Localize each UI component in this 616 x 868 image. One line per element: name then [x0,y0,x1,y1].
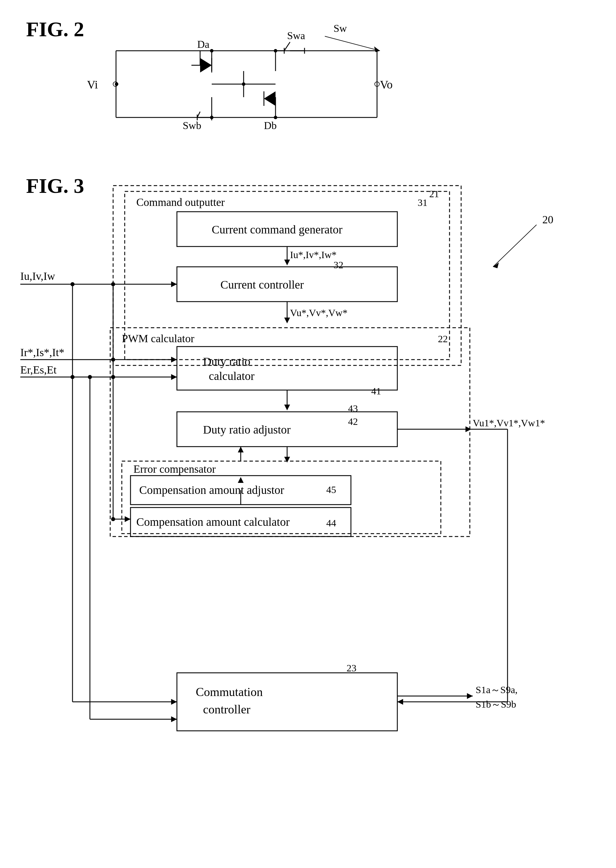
svg-text:Vu*,Vv*,Vw*: Vu*,Vv*,Vw* [290,308,347,318]
svg-text:Duty ratio: Duty ratio [203,355,250,368]
svg-text:Iu,Iv,Iw: Iu,Iv,Iw [20,270,55,282]
svg-line-129 [493,225,537,267]
fig3-diagram: 21 Command outputter 31 Current command … [14,180,594,847]
svg-text:Compensation amount adjustor: Compensation amount adjustor [139,483,284,496]
svg-text:Ir*,Is*,It*: Ir*,Is*,It* [20,346,64,358]
svg-text:controller: controller [203,703,250,716]
svg-text:Vi: Vi [87,78,98,91]
svg-text:Swb: Swb [183,120,201,131]
svg-marker-123 [397,699,403,705]
svg-text:Duty ratio adjustor: Duty ratio adjustor [203,423,291,436]
svg-marker-15 [200,58,212,72]
svg-point-134 [111,358,115,362]
svg-marker-93 [284,457,290,463]
svg-text:Db: Db [264,120,277,131]
svg-text:22: 22 [438,334,448,344]
svg-marker-77 [171,357,177,363]
svg-marker-66 [284,317,290,323]
svg-line-21 [284,42,290,51]
svg-marker-28 [374,46,380,52]
svg-text:44: 44 [326,518,336,528]
svg-point-46 [242,82,245,86]
svg-text:Compensation amount calculator: Compensation amount calculator [136,515,290,528]
svg-marker-81 [171,374,177,380]
svg-point-135 [111,375,115,379]
svg-text:31: 31 [418,197,427,208]
svg-marker-108 [125,516,130,522]
svg-text:Current command generator: Current command generator [212,223,343,236]
svg-text:42: 42 [348,416,358,427]
svg-point-132 [71,375,75,379]
svg-text:Da: Da [197,39,209,50]
svg-text:Commutation: Commutation [196,685,263,698]
svg-text:Command outputter: Command outputter [136,196,225,208]
svg-point-133 [88,375,92,379]
fig2-circuit: Da Swa Sw Swb Db Vi Vo [72,13,449,158]
svg-text:Swa: Swa [287,30,305,41]
svg-line-26 [325,36,380,51]
svg-marker-55 [284,259,290,265]
svg-text:Current controller: Current controller [220,278,304,291]
svg-text:Er,Es,Et: Er,Es,Et [20,364,57,376]
svg-text:S1b～S9b: S1b～S9b [476,699,516,709]
svg-text:23: 23 [347,663,357,673]
svg-rect-110 [177,673,397,731]
svg-text:20: 20 [542,213,553,226]
svg-point-131 [71,282,75,286]
svg-point-42 [210,49,214,52]
svg-marker-119 [171,716,177,722]
svg-text:S1a～S9a,: S1a～S9a, [476,684,518,695]
svg-text:21: 21 [429,188,439,199]
svg-text:45: 45 [326,484,336,495]
svg-text:32: 32 [333,259,343,270]
svg-marker-100 [238,447,244,452]
svg-marker-130 [493,262,499,268]
svg-point-45 [274,116,277,119]
svg-marker-84 [284,405,290,410]
svg-text:Error compensator: Error compensator [134,463,216,475]
svg-text:Iu*,Iv*,Iw*: Iu*,Iv*,Iw* [290,250,337,260]
svg-text:PWM calculator: PWM calculator [122,332,194,345]
svg-marker-125 [467,693,473,699]
svg-point-44 [210,116,214,119]
svg-text:Sw: Sw [333,23,347,34]
svg-text:41: 41 [371,386,381,396]
svg-marker-116 [171,699,177,705]
svg-marker-62 [171,281,177,287]
svg-marker-34 [264,91,275,106]
svg-marker-102 [238,477,244,483]
svg-point-43 [274,49,277,52]
svg-rect-71 [177,347,397,390]
svg-text:Vu1*,Vv1*,Vw1*: Vu1*,Vv1*,Vw1* [473,418,545,429]
svg-text:calculator: calculator [209,369,255,383]
svg-text:Vo: Vo [380,78,393,91]
